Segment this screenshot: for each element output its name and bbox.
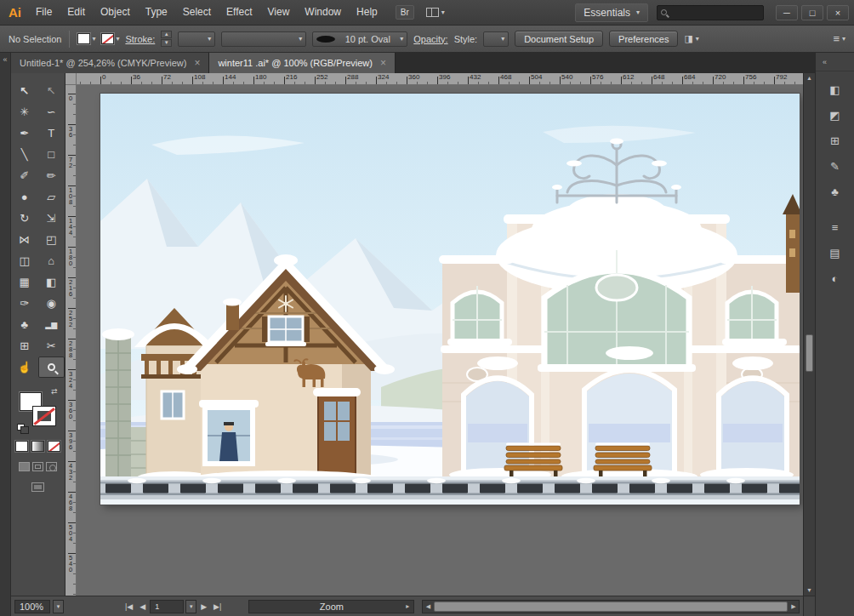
panel-transparency-button[interactable]: ◐ [823,268,848,288]
stroke-proxy-swatch[interactable] [33,407,55,425]
scroll-left-arrow-icon[interactable]: ◀ [423,601,433,613]
control-panel-menu[interactable]: ≡ ▾ [833,32,845,45]
tool-mesh[interactable]: ▦ [11,271,38,293]
menu-edit[interactable]: Edit [60,0,93,25]
app-logo[interactable]: Ai [5,5,28,20]
tool-rotate[interactable]: ↻ [11,208,38,229]
vertical-scrollbar[interactable]: ▲ ▼ [803,73,815,596]
menu-type[interactable]: Type [138,0,175,25]
tool-shape-builder[interactable]: ◫ [11,250,38,271]
none-button[interactable] [48,441,60,452]
horizontal-scrollbar[interactable]: ◀ ▶ [422,600,800,613]
horizontal-ruler[interactable]: 0367210814418021625228832436039643246850… [77,73,803,85]
tool-magic-wand[interactable]: ✳ [11,101,38,123]
nav-first-button[interactable]: |◀ [122,602,135,611]
stroke-panel-link[interactable]: Stroke: [125,34,155,44]
status-display-menu[interactable]: Zoom ▸ [248,600,414,613]
step-up-icon[interactable]: ▲ [161,31,172,38]
draw-inside-button[interactable] [46,462,57,471]
arrange-documents-dropdown[interactable]: ▾ [426,8,445,17]
tool-column-graph[interactable]: ▂▆ [38,314,65,335]
tool-eyedropper[interactable]: ✑ [11,293,38,314]
swap-fill-stroke-icon[interactable]: ⇄ [51,387,58,396]
scroll-up-arrow-icon[interactable]: ▲ [804,73,815,83]
nav-last-button[interactable]: ▶| [211,602,224,611]
draw-normal-button[interactable] [19,462,30,471]
tool-artboard[interactable]: ⊞ [11,335,38,356]
step-down-icon[interactable]: ▼ [161,39,172,47]
artboard-number-field[interactable]: 1 [150,600,184,613]
tool-paintbrush[interactable]: ✐ [11,165,38,186]
menu-help[interactable]: Help [349,0,385,25]
artboard-number-dropdown[interactable]: ▾ [185,600,196,613]
minimize-button[interactable]: ─ [776,5,798,20]
panel-color-guide-button[interactable]: ◩ [823,105,848,125]
screen-mode-button[interactable] [31,482,44,492]
canvas[interactable] [77,85,803,596]
maximize-button[interactable]: □ [801,5,823,20]
search-field[interactable] [657,5,764,20]
zoom-level-field[interactable]: 100% [14,600,50,613]
tool-slice[interactable]: ✂ [38,335,65,356]
tool-lasso[interactable]: ∽ [38,101,65,123]
tool-pencil[interactable]: ✏ [38,165,65,186]
variable-width-profile-dropdown[interactable]: ▾ [221,31,306,47]
ruler-origin-corner[interactable] [65,73,77,85]
preferences-button[interactable]: Preferences [609,31,678,47]
tool-gradient[interactable]: ◧ [38,271,65,293]
nav-prev-button[interactable]: ◀ [137,602,148,611]
default-fill-stroke-icon[interactable] [17,424,25,431]
menu-file[interactable]: File [28,0,60,25]
panel-stroke-button[interactable]: ≡ [823,217,848,237]
collapse-tools-chevron[interactable]: « [0,53,10,66]
menu-window[interactable]: Window [297,0,349,25]
search-input[interactable] [671,7,753,19]
tab-close-icon[interactable]: × [380,57,386,69]
stroke-color-dropdown[interactable]: ▾ [101,33,119,44]
tool-rectangle[interactable]: □ [38,144,65,165]
document-setup-button[interactable]: Document Setup [515,31,603,47]
tab-close-icon[interactable]: × [194,57,200,69]
nav-next-button[interactable]: ▶ [198,602,209,611]
opacity-panel-link[interactable]: Opacity: [413,34,447,44]
tool-symbol-sprayer[interactable]: ♣ [11,314,38,335]
tool-hand[interactable]: ☝ [11,356,38,378]
close-button[interactable]: × [827,5,849,20]
panel-brushes-button[interactable]: ✎ [823,156,848,176]
color-button[interactable] [15,441,28,452]
document-tab-2[interactable]: winter11 .ai* @ 100% (RGB/Preview)× [209,53,396,73]
stroke-weight-dropdown[interactable]: ▾ [178,31,215,47]
menu-effect[interactable]: Effect [219,0,259,25]
tool-type[interactable]: T [38,123,65,144]
tool-pen[interactable]: ✒ [11,123,38,144]
menu-select[interactable]: Select [175,0,219,25]
tool-free-transform[interactable]: ◰ [38,229,65,250]
bridge-button[interactable]: Br [396,5,414,20]
menu-object[interactable]: Object [93,0,138,25]
brush-definition-dropdown[interactable]: 10 pt. Oval ▾ [312,31,407,47]
fill-color-dropdown[interactable]: ▾ [77,33,95,44]
collapse-dock-chevron[interactable]: « [823,55,827,69]
gradient-button[interactable] [31,441,44,452]
horizontal-scroll-thumb[interactable] [434,602,788,612]
tool-blend[interactable]: ◉ [38,293,65,314]
menu-view[interactable]: View [260,0,298,25]
tool-zoom[interactable] [38,356,65,378]
workspace-switcher[interactable]: Essentials ▾ [575,3,648,22]
scroll-right-arrow-icon[interactable]: ▶ [789,601,799,613]
tool-width[interactable]: ⋈ [11,229,38,250]
panel-swatches-button[interactable]: ⊞ [823,130,848,151]
vertical-ruler[interactable]: 03 67 21 0 81 4 41 8 02 1 62 5 22 8 83 2… [65,85,77,596]
vertical-scroll-thumb[interactable] [806,334,813,372]
stroke-weight-stepper[interactable]: ▲ ▼ [161,31,172,47]
draw-behind-button[interactable] [32,462,43,471]
scroll-down-arrow-icon[interactable]: ▼ [804,585,815,596]
tool-line-segment[interactable]: ╲ [11,144,38,165]
zoom-level-dropdown[interactable]: ▾ [53,600,64,613]
tool-eraser[interactable]: ▱ [38,186,65,208]
document-tab-1[interactable]: Untitled-1* @ 254,26% (CMYK/Preview)× [11,53,209,73]
tool-perspective-grid[interactable]: ⌂ [38,250,65,271]
tool-scale[interactable]: ⇲ [38,208,65,229]
panel-gradient-button[interactable]: ▤ [823,242,848,263]
panel-color-button[interactable]: ◧ [823,79,848,100]
